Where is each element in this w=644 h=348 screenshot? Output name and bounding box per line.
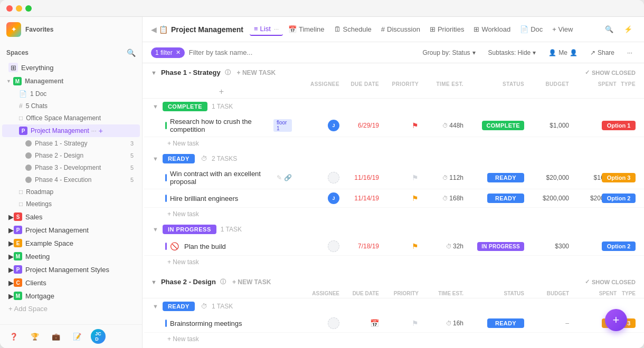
- user-avatar[interactable]: JCD: [91, 329, 106, 344]
- nav-priorities[interactable]: ⊞ Priorities: [425, 23, 469, 35]
- sidebar-toggle-icon[interactable]: ◀: [151, 25, 157, 34]
- clock-icon: ⏱: [442, 175, 448, 181]
- group-ready-p2-header[interactable]: ▼ READY ⏱ 1 TASK: [144, 298, 644, 314]
- ready-p2-chip: READY: [163, 302, 195, 311]
- status-badge: IN PROGRESS: [477, 242, 524, 251]
- help-icon[interactable]: ❓: [6, 329, 21, 344]
- nav-discussion[interactable]: # Discussion: [377, 23, 424, 35]
- sidebar-item-phase4[interactable]: Phase 4 - Execution 5: [2, 174, 140, 186]
- sidebar-add-space[interactable]: + Add Space: [2, 303, 140, 315]
- type-badge[interactable]: Option 2: [602, 194, 636, 203]
- sidebar-item-phase3[interactable]: Phase 3 - Development 5: [2, 162, 140, 173]
- nav-workload[interactable]: ⊞ Workload: [469, 23, 515, 35]
- sidebar-item-phase2[interactable]: Phase 2 - Design 5: [2, 150, 140, 161]
- more-btn[interactable]: ···: [624, 47, 636, 58]
- p2-col-timeest: TIME EST.: [419, 291, 463, 296]
- main-content: ◀ 📋 Project Management ≡ List ··· 📅 Time…: [143, 17, 644, 348]
- phase1-new-task[interactable]: + NEW TASK: [237, 69, 276, 76]
- task-assignee-cell: J: [292, 120, 339, 131]
- task-due-cell: 7/18/19: [339, 243, 379, 250]
- task-type-cell[interactable]: Option 3: [617, 173, 636, 182]
- phase1-show-closed[interactable]: ✓ SHOW CLOSED: [585, 69, 636, 76]
- group-by-btn[interactable]: Group by: Status ▾: [420, 47, 479, 58]
- me-btn[interactable]: 👤 Me 👤: [545, 47, 581, 58]
- checkmark-icon2: ✓: [585, 278, 590, 285]
- sidebar-item-sales[interactable]: ▶ S Sales: [2, 210, 140, 223]
- ready-p2-toggle-icon[interactable]: ▼: [153, 303, 158, 310]
- task-status-cell: COMPLETE: [463, 121, 524, 130]
- task-time-cell: ⏱32h: [419, 243, 463, 250]
- content-area: ▼ Phase 1 - Strategy ⓘ + NEW TASK ✓ SHOW…: [143, 63, 644, 348]
- task-budget-cell: –: [524, 320, 569, 327]
- floating-add-button[interactable]: +: [605, 309, 627, 331]
- filter-input[interactable]: [189, 49, 415, 56]
- nav-list[interactable]: ≡ List ···: [250, 23, 283, 36]
- phase1-collapse-icon[interactable]: ▼: [151, 70, 157, 76]
- trophy-icon[interactable]: 🏆: [27, 329, 42, 344]
- phase2-new-task[interactable]: + NEW TASK: [232, 278, 271, 286]
- sidebar-item-office-space[interactable]: □ Office Space Management: [2, 112, 140, 124]
- nav-add-view[interactable]: + View: [548, 23, 577, 35]
- sidebar-item-meetings[interactable]: □ Meetings: [2, 198, 140, 210]
- col-header-add[interactable]: +: [151, 87, 292, 96]
- briefcase-icon[interactable]: 💼: [49, 329, 63, 344]
- group-inprogress-header[interactable]: ▼ IN PROGRESS 1 TASK: [144, 221, 644, 237]
- sidebar-search-icon[interactable]: 🔍: [127, 49, 136, 57]
- sidebar-item-everything[interactable]: ⊞ Everything: [2, 61, 140, 74]
- ready-toggle-icon[interactable]: ▼: [153, 156, 158, 162]
- inprogress-new-task-row[interactable]: + New task: [144, 256, 644, 268]
- list-icon: ≡: [254, 25, 258, 33]
- p2-col-status: STATUS: [463, 291, 524, 296]
- task-tag: floor 1: [273, 119, 292, 132]
- type-badge[interactable]: Option 3: [602, 173, 636, 182]
- table-row: Brainstorming meetings 📅 ⚑: [144, 314, 644, 333]
- group-complete-header[interactable]: ▼ COMPLETE 1 TASK: [144, 99, 644, 114]
- sidebar-item-clients[interactable]: ▶ C Clients: [2, 276, 140, 289]
- type-badge[interactable]: Option 2: [602, 241, 636, 251]
- phase2-show-closed[interactable]: ✓ SHOW CLOSED: [585, 278, 636, 285]
- filter-badge[interactable]: 1 filter ✕: [151, 47, 185, 58]
- task-name-cell: Hire brilliant engineers: [165, 195, 292, 202]
- ready-p2-new-task-row[interactable]: + New task: [144, 333, 644, 345]
- task-type-cell[interactable]: Option 2: [617, 194, 636, 203]
- sidebar-item-pm-styles[interactable]: ▶ P Project Management Styles: [2, 263, 140, 276]
- edit-icon[interactable]: ✎: [277, 174, 282, 181]
- group-ready-header[interactable]: ▼ READY ⏱ 2 TASKS: [144, 151, 644, 167]
- sidebar-item-doc[interactable]: 📄 1 Doc: [2, 88, 140, 100]
- sidebar-item-mortgage[interactable]: ▶ M Mortgage: [2, 289, 140, 302]
- bolt-icon[interactable]: ⚡: [621, 22, 636, 37]
- filter-clear-icon[interactable]: ✕: [176, 49, 181, 56]
- chats-label: 5 Chats: [26, 102, 48, 110]
- subtasks-btn[interactable]: Subtasks: Hide ▾: [485, 47, 539, 58]
- sidebar-item-meeting[interactable]: ▶ M Meeting: [2, 250, 140, 263]
- complete-new-task-row[interactable]: + New task: [144, 137, 644, 150]
- task-type-cell[interactable]: Option 1: [617, 121, 636, 130]
- sidebar-item-roadmap[interactable]: □ Roadmap: [2, 186, 140, 198]
- sidebar-item-project-management[interactable]: P Project Management ··· +: [2, 124, 140, 137]
- share-btn[interactable]: ↗ Share: [587, 47, 618, 58]
- flag-icon: ⚑: [412, 319, 419, 327]
- task-type-cell[interactable]: Option 2: [617, 241, 636, 251]
- sidebar-item-proj-mgmt2[interactable]: ▶ P Project Management: [2, 224, 140, 236]
- sidebar-management[interactable]: ▼ M Management: [0, 75, 142, 88]
- sidebar-item-phase1[interactable]: Phase 1 - Strategy 3: [2, 138, 140, 149]
- col-header-status: STATUS: [463, 81, 524, 87]
- p2-col-duedate: DUE DATE: [339, 291, 379, 296]
- office-space-label: Office Space Management: [26, 114, 101, 122]
- sidebar-item-example-space[interactable]: ▶ E Example Space: [2, 237, 140, 249]
- sidebar-item-chats[interactable]: # 5 Chats: [2, 100, 140, 112]
- list-more-icon[interactable]: ···: [274, 26, 279, 32]
- ready-new-task-row[interactable]: + New task: [144, 208, 644, 220]
- search-icon[interactable]: 🔍: [602, 22, 617, 37]
- link-icon[interactable]: 🔗: [284, 174, 292, 181]
- type-badge[interactable]: Option 1: [602, 121, 636, 130]
- complete-chip: COMPLETE: [163, 102, 207, 111]
- nav-schedule[interactable]: 🗓 Schedule: [330, 23, 376, 35]
- task-status-cell: IN PROGRESS: [463, 242, 524, 251]
- notes-icon[interactable]: 📝: [70, 329, 84, 344]
- complete-toggle-icon[interactable]: ▼: [153, 103, 158, 110]
- nav-timeline[interactable]: 📅 Timeline: [284, 23, 329, 35]
- phase2-collapse-icon[interactable]: ▼: [151, 279, 157, 285]
- inprogress-toggle-icon[interactable]: ▼: [153, 226, 158, 233]
- nav-doc[interactable]: 📄 Doc: [516, 23, 547, 35]
